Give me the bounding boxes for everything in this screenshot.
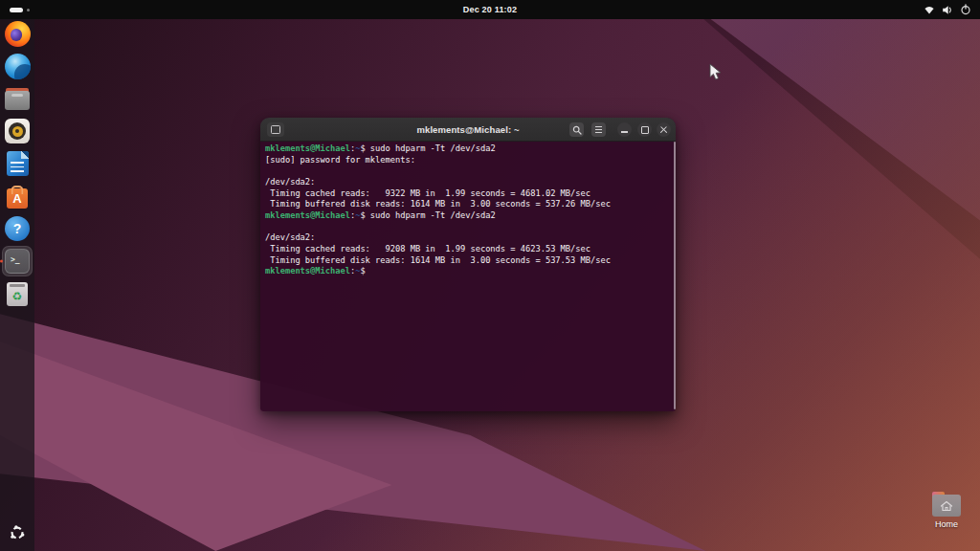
terminal-line: mklements@Michael:~$ sudo hdparm -Tt /de… (265, 143, 671, 155)
search-icon (572, 125, 582, 135)
terminal-line (265, 165, 671, 177)
dock: ♻ (0, 19, 34, 551)
menu-button[interactable] (591, 122, 606, 137)
terminal-scrollbar[interactable] (674, 142, 676, 409)
home-icon-label: Home (935, 519, 958, 529)
trash-icon: ♻ (7, 282, 28, 306)
close-icon (659, 125, 668, 134)
terminal-line (265, 222, 671, 233)
rhythmbox-icon (5, 119, 30, 143)
firefox-icon (5, 21, 31, 47)
dock-item-firefox[interactable] (3, 21, 32, 46)
terminal-icon (5, 249, 30, 274)
terminal-window: mklements@Michael: ~ mklements@Michael:~… (260, 118, 676, 411)
terminal-line: /dev/sda2: (265, 177, 671, 188)
top-bar: Dec 20 11:02 (0, 0, 980, 19)
terminal-line: Timing cached reads: 9208 MB in 1.99 sec… (265, 244, 671, 255)
terminal-line: mklements@Michael:~$ (265, 266, 671, 277)
running-indicator-dot (0, 260, 3, 263)
house-icon (940, 500, 953, 512)
dock-item-trash[interactable]: ♻ (3, 281, 32, 306)
search-button[interactable] (569, 122, 584, 137)
clock[interactable]: Dec 20 11:02 (0, 5, 980, 14)
window-title: mklements@Michael: ~ (260, 118, 676, 142)
terminal-line: Timing buffered disk reads: 1614 MB in 3… (265, 199, 671, 210)
dock-item-ubuntu-software[interactable] (3, 184, 32, 209)
mouse-cursor (709, 63, 723, 81)
terminal-line: [sudo] password for mklements: (265, 155, 671, 166)
dock-item-thunderbird[interactable] (3, 54, 32, 78)
terminal-line: Timing cached reads: 9322 MB in 1.99 sec… (265, 188, 671, 200)
maximize-icon (641, 126, 649, 134)
dock-item-terminal[interactable] (3, 249, 32, 274)
status-area[interactable] (924, 0, 971, 19)
terminal-line: /dev/sda2: (265, 232, 671, 244)
dock-item-files[interactable] (3, 86, 32, 111)
dock-item-rhythmbox[interactable] (3, 119, 32, 143)
terminal-titlebar[interactable]: mklements@Michael: ~ (260, 118, 676, 142)
wifi-icon[interactable] (924, 5, 935, 15)
close-button[interactable] (657, 122, 671, 137)
terminal-line: mklements@Michael:~$ sudo hdparm -Tt /de… (265, 210, 671, 222)
maximize-button[interactable] (637, 122, 652, 137)
show-applications-icon (7, 522, 28, 543)
minimize-button[interactable] (617, 122, 632, 137)
minimize-icon (621, 131, 628, 132)
files-icon (5, 91, 30, 110)
dock-item-show-applications[interactable] (3, 520, 32, 545)
dock-item-libreoffice-writer[interactable] (3, 151, 32, 176)
menu-icon (595, 126, 602, 133)
thunderbird-icon (5, 54, 31, 79)
volume-icon[interactable] (942, 5, 953, 15)
dock-item-help[interactable] (3, 216, 32, 241)
terminal-output[interactable]: mklements@Michael:~$ sudo hdparm -Tt /de… (260, 142, 676, 411)
power-icon[interactable] (960, 4, 971, 15)
desktop-icon-home[interactable]: Home (922, 495, 971, 529)
libreoffice-writer-icon (7, 151, 29, 176)
help-icon (5, 216, 30, 241)
ubuntu-software-icon (6, 185, 29, 209)
terminal-line: Timing buffered disk reads: 1614 MB in 3… (265, 255, 671, 267)
home-folder-icon (932, 495, 961, 517)
